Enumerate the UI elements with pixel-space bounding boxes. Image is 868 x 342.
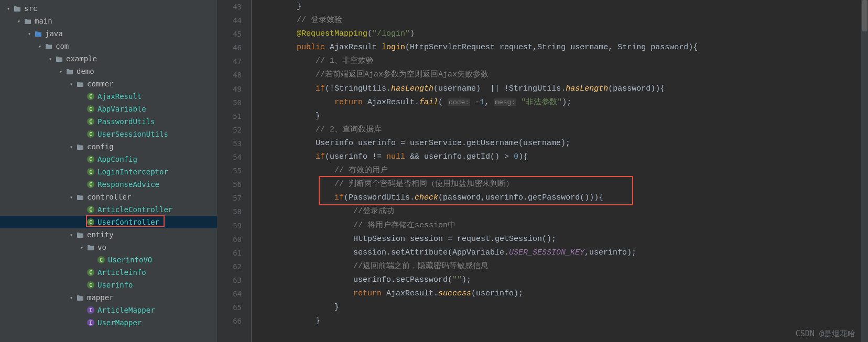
code-area[interactable]: } // 登录效验 @RequestMapping("/login") publ… (252, 0, 868, 342)
code-line[interactable]: if(userinfo != null && userinfo.getId() … (252, 150, 868, 164)
line-number: 66 (218, 314, 251, 328)
tree-item-java[interactable]: ▾java (0, 27, 217, 40)
code-line[interactable]: public AjaxResult login(HttpServletReque… (252, 41, 868, 54)
tree-item-config[interactable]: ▾config (0, 140, 217, 153)
scrollbar-thumb[interactable] (862, 0, 867, 31)
code-line[interactable]: if(!StringUtils.hasLength(username) || !… (252, 82, 868, 96)
chevron-icon[interactable]: ▾ (67, 144, 75, 150)
chevron-icon[interactable]: ▾ (25, 31, 34, 37)
folder-icon (75, 193, 85, 201)
code-line[interactable]: // 登录效验 (252, 14, 868, 27)
code-line[interactable]: } (252, 301, 868, 314)
tree-item-passwordutils[interactable]: CPasswordUtils (0, 115, 217, 128)
tree-item-appconfig[interactable]: CAppConfig (0, 153, 217, 166)
line-number: 61 (218, 246, 251, 260)
line-number: 54 (218, 150, 251, 164)
tree-label: Userinfo (97, 281, 133, 289)
chevron-icon[interactable]: ▾ (78, 245, 86, 250)
line-number: 52 (218, 123, 251, 137)
tree-item-ajaxresult[interactable]: CAjaxResult (0, 90, 217, 103)
tree-item-usersessionutils[interactable]: CUserSessionUtils (0, 128, 217, 140)
tree-label: com (56, 42, 69, 50)
class-icon: C (87, 269, 94, 276)
tree-label: Articleinfo (97, 268, 146, 277)
code-line[interactable]: //返回前端之前，隐藏密码等敏感信息 (252, 260, 868, 273)
tree-item-appvariable[interactable]: CAppVariable (0, 103, 217, 115)
code-line[interactable]: @RequestMapping("/login") (252, 27, 868, 41)
code-line[interactable]: return AjaxResult.success(userinfo); (252, 287, 868, 301)
tree-label: AjaxResult (97, 92, 142, 101)
folder-icon (44, 42, 53, 50)
tree-item-logininterceptor[interactable]: CLoginInterceptor (0, 166, 217, 178)
code-line[interactable]: //登录成功 (252, 205, 868, 218)
tree-item-com[interactable]: ▾com (0, 40, 217, 52)
tree-item-entity[interactable]: ▾entity (0, 228, 217, 241)
code-line[interactable]: } (252, 109, 868, 123)
tree-label: example (66, 54, 97, 63)
tree-item-userinfovo[interactable]: CUserinfoVO (0, 253, 217, 266)
line-number: 59 (218, 219, 251, 233)
code-line[interactable]: } (252, 0, 868, 14)
tree-item-src[interactable]: ▾src (0, 2, 217, 15)
chevron-icon[interactable]: ▾ (15, 18, 23, 24)
tree-item-demo[interactable]: ▾demo (0, 65, 217, 78)
tree-item-userinfo[interactable]: CUserinfo (0, 279, 217, 291)
folder-icon (75, 293, 85, 302)
line-number: 62 (218, 260, 251, 273)
line-number: 55 (218, 164, 251, 178)
line-number: 48 (218, 68, 251, 82)
tree-item-articlecontroller[interactable]: CArticleController (0, 203, 217, 216)
code-line[interactable]: // 将用户存储在session中 (252, 219, 868, 233)
project-tree-sidebar[interactable]: ▾src▾main▾java▾com▾example▾demo▾commerCA… (0, 0, 218, 342)
tree-item-responseadvice[interactable]: CResponseAdvice (0, 178, 217, 191)
tree-item-example[interactable]: ▾example (0, 52, 217, 65)
tree-item-controller[interactable]: ▾controller (0, 191, 217, 203)
code-line[interactable]: // 1、非空效验 (252, 54, 868, 68)
folder-icon (13, 4, 22, 13)
tree-item-articlemapper[interactable]: IArticleMapper (0, 304, 217, 316)
tree-item-vo[interactable]: ▾vo (0, 241, 217, 253)
code-line[interactable]: // 有效的用户 (252, 164, 868, 178)
code-editor[interactable]: 4344454647484950515253545556575859606162… (218, 0, 868, 342)
code-line[interactable]: // 判断两个密码是否相同（使用加盐加密来判断） (252, 178, 868, 191)
folder-icon (55, 54, 64, 63)
tree-label: UserSessionUtils (97, 130, 168, 138)
code-line[interactable]: session.setAttribute(AppVariable.USER_SE… (252, 246, 868, 260)
class-icon: C (87, 93, 94, 100)
line-number: 51 (218, 109, 251, 123)
chevron-icon[interactable]: ▾ (36, 43, 44, 49)
code-line[interactable]: if(PasswordUtils.check(password,userinfo… (252, 191, 868, 205)
chevron-icon[interactable]: ▾ (67, 81, 75, 87)
chevron-icon[interactable]: ▾ (46, 56, 55, 62)
source-folder-icon (34, 29, 43, 38)
code-line[interactable]: Userinfo userinfo = userService.getUsern… (252, 137, 868, 150)
code-line[interactable]: HttpSession session = request.getSession… (252, 233, 868, 246)
tree-label: UserinfoVO (108, 256, 152, 264)
tree-label: UserMapper (97, 318, 142, 327)
tree-item-articleinfo[interactable]: CArticleinfo (0, 266, 217, 279)
chevron-icon[interactable]: ▾ (67, 194, 75, 200)
folder-icon (75, 230, 85, 239)
code-line[interactable]: return AjaxResult.fail( code: -1, mesg: … (252, 96, 868, 109)
chevron-icon[interactable]: ▾ (67, 232, 75, 238)
code-line[interactable]: userinfo.setPassword(""); (252, 273, 868, 287)
tree-item-commer[interactable]: ▾commer (0, 78, 217, 90)
class-icon: C (87, 206, 94, 213)
tree-item-usermapper[interactable]: IUserMapper (0, 316, 217, 329)
tree-item-main[interactable]: ▾main (0, 15, 217, 27)
folder-icon (75, 142, 85, 151)
code-line[interactable]: } (252, 314, 868, 328)
code-line[interactable]: //若前端返回Ajax参数为空则返回Ajax失败参数 (252, 68, 868, 82)
vertical-scrollbar[interactable] (861, 0, 868, 342)
tree-label: PasswordUtils (97, 117, 155, 126)
chevron-icon[interactable]: ▾ (67, 295, 75, 301)
line-number: 56 (218, 178, 251, 191)
code-line[interactable]: // 2、查询数据库 (252, 123, 868, 137)
interface-icon: I (87, 319, 94, 326)
tree-item-usercontroller[interactable]: CUserController (0, 216, 217, 228)
tree-item-mapper[interactable]: ▾mapper (0, 291, 217, 304)
folder-icon (75, 80, 85, 88)
tree-label: controller (87, 193, 131, 201)
chevron-icon[interactable]: ▾ (57, 69, 65, 74)
chevron-icon[interactable]: ▾ (4, 6, 13, 12)
